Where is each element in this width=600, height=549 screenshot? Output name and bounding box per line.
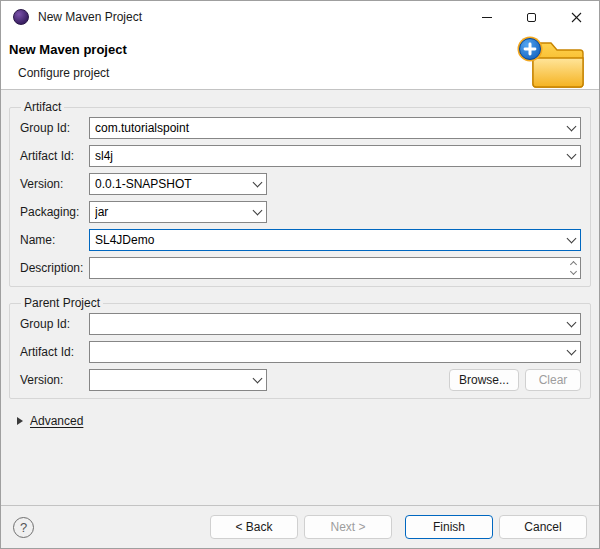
parent-project-legend: Parent Project — [21, 296, 103, 310]
parent-group-id-label: Group Id: — [20, 317, 89, 331]
chevron-down-icon[interactable] — [563, 314, 580, 334]
new-folder-plus-icon — [515, 34, 587, 93]
cancel-button[interactable]: Cancel — [499, 515, 587, 539]
description-label: Description: — [20, 261, 89, 275]
parent-project-group: Parent Project Group Id: Artifact Id: Ve… — [9, 296, 591, 399]
next-button[interactable]: Next > — [304, 515, 392, 539]
chevron-down-icon[interactable] — [563, 230, 580, 250]
artifact-id-combo[interactable] — [89, 145, 581, 167]
minimize-button[interactable] — [464, 1, 509, 33]
close-button[interactable] — [554, 1, 599, 33]
packaging-input[interactable] — [90, 202, 249, 222]
artifact-id-label: Artifact Id: — [20, 149, 89, 163]
triangle-right-icon — [17, 417, 23, 425]
artifact-group: Artifact Group Id: Artifact Id: Version: — [9, 100, 591, 287]
window-title: New Maven Project — [38, 10, 464, 24]
parent-version-input[interactable] — [90, 370, 249, 390]
new-maven-project-dialog: New Maven Project New Maven project Conf… — [0, 0, 600, 549]
chevron-down-icon[interactable] — [249, 174, 266, 194]
wizard-content: Artifact Group Id: Artifact Id: Version: — [1, 91, 599, 505]
parent-group-id-input[interactable] — [90, 314, 563, 334]
artifact-legend: Artifact — [21, 100, 64, 114]
name-input[interactable] — [90, 230, 563, 250]
page-subtitle: Configure project — [1, 57, 599, 80]
parent-artifact-id-input[interactable] — [90, 342, 563, 362]
version-combo[interactable] — [89, 173, 267, 195]
description-input[interactable] — [90, 258, 566, 278]
group-id-row: Group Id: — [20, 117, 581, 139]
help-button[interactable]: ? — [13, 517, 34, 538]
parent-artifact-id-label: Artifact Id: — [20, 345, 89, 359]
back-button[interactable]: < Back — [210, 515, 298, 539]
packaging-label: Packaging: — [20, 205, 89, 219]
version-input[interactable] — [90, 174, 249, 194]
version-row: Version: — [20, 173, 581, 195]
group-id-input[interactable] — [90, 118, 563, 138]
packaging-row: Packaging: — [20, 201, 581, 223]
parent-group-id-combo[interactable] — [89, 313, 581, 335]
description-row: Description: — [20, 257, 581, 279]
advanced-toggle[interactable]: Advanced — [17, 414, 591, 428]
maximize-button[interactable] — [509, 1, 554, 33]
chevron-down-icon[interactable] — [249, 202, 266, 222]
maximize-icon — [527, 13, 536, 22]
parent-version-combo[interactable] — [89, 369, 267, 391]
group-id-combo[interactable] — [89, 117, 581, 139]
chevron-down-icon[interactable] — [563, 118, 580, 138]
packaging-combo[interactable] — [89, 201, 267, 223]
page-title: New Maven project — [1, 33, 599, 57]
wizard-header: New Maven project Configure project — [1, 33, 599, 90]
clear-button[interactable]: Clear — [525, 369, 581, 391]
parent-artifact-id-row: Artifact Id: — [20, 341, 581, 363]
footer-buttons: < Back Next > Finish Cancel — [210, 515, 587, 539]
titlebar: New Maven Project — [1, 1, 599, 33]
description-field[interactable] — [89, 257, 581, 279]
window-controls — [464, 1, 599, 33]
name-row: Name: — [20, 229, 581, 251]
finish-button[interactable]: Finish — [405, 515, 493, 539]
artifact-id-row: Artifact Id: — [20, 145, 581, 167]
button-bar: ? < Back Next > Finish Cancel — [1, 505, 599, 548]
parent-group-id-row: Group Id: — [20, 313, 581, 335]
chevron-down-icon[interactable] — [563, 342, 580, 362]
browse-button[interactable]: Browse... — [449, 369, 519, 391]
chevron-down-icon[interactable] — [563, 146, 580, 166]
version-label: Version: — [20, 177, 89, 191]
name-combo[interactable] — [89, 229, 581, 251]
close-icon — [571, 12, 582, 23]
scroll-arrows-icon[interactable] — [566, 258, 580, 278]
chevron-down-icon[interactable] — [249, 370, 266, 390]
parent-version-row: Version: Browse... Clear — [20, 369, 581, 391]
minimize-icon — [482, 17, 492, 18]
group-id-label: Group Id: — [20, 121, 89, 135]
parent-artifact-id-combo[interactable] — [89, 341, 581, 363]
parent-version-label: Version: — [20, 373, 89, 387]
advanced-label: Advanced — [30, 414, 83, 428]
maven-wizard-icon — [13, 9, 29, 25]
artifact-id-input[interactable] — [90, 146, 563, 166]
name-label: Name: — [20, 233, 89, 247]
